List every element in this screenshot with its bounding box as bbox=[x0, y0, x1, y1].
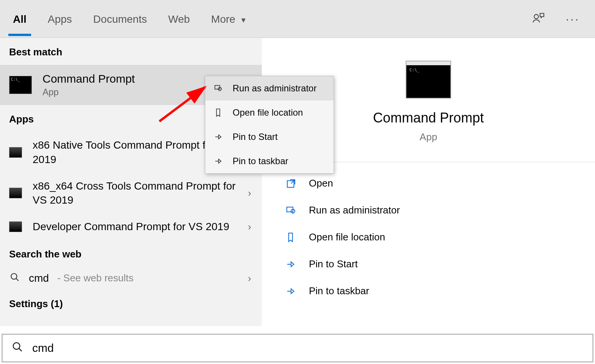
context-menu: Run as administrator Open file location … bbox=[205, 76, 334, 174]
command-prompt-large-icon bbox=[406, 61, 451, 99]
search-filter-bar: All Apps Documents Web More ▾ ··· bbox=[0, 0, 595, 38]
ctx-run-admin[interactable]: Run as administrator bbox=[205, 76, 334, 100]
ctx-pin-start[interactable]: Pin to Start bbox=[205, 125, 334, 149]
command-prompt-icon bbox=[9, 76, 32, 94]
search-input[interactable] bbox=[32, 342, 583, 355]
web-query: cmd bbox=[29, 272, 49, 284]
tab-more[interactable]: More ▾ bbox=[209, 2, 247, 36]
action-pin-taskbar[interactable]: Pin to taskbar bbox=[285, 278, 595, 304]
ctx-run-admin-label: Run as administrator bbox=[233, 83, 316, 94]
ctx-open-location-label: Open file location bbox=[233, 107, 303, 118]
action-pin-start-label: Pin to Start bbox=[309, 258, 358, 270]
app-result-2-label: x86_x64 Cross Tools Command Prompt for V… bbox=[33, 179, 253, 208]
search-bar[interactable] bbox=[2, 334, 593, 362]
shield-admin-icon bbox=[213, 83, 224, 93]
app-result-2[interactable]: x86_x64 Cross Tools Command Prompt for V… bbox=[0, 173, 262, 214]
action-open-location[interactable]: Open file location bbox=[285, 224, 595, 251]
pin-icon bbox=[285, 286, 298, 297]
svg-point-0 bbox=[534, 14, 538, 19]
chevron-down-icon: ▾ bbox=[241, 15, 246, 25]
pin-icon bbox=[213, 156, 224, 166]
web-header: Search the web bbox=[0, 240, 262, 267]
tab-more-label: More bbox=[211, 13, 235, 25]
svg-point-1 bbox=[11, 273, 17, 279]
settings-header: Settings (1) bbox=[0, 290, 262, 317]
ctx-pin-taskbar[interactable]: Pin to taskbar bbox=[205, 149, 334, 173]
pin-icon bbox=[213, 132, 224, 142]
chevron-right-icon[interactable]: › bbox=[248, 221, 251, 233]
svg-line-2 bbox=[16, 278, 19, 281]
best-match-header: Best match bbox=[0, 38, 262, 65]
chevron-right-icon[interactable]: › bbox=[248, 272, 251, 284]
action-run-admin-label: Run as administrator bbox=[309, 204, 400, 216]
terminal-icon bbox=[9, 188, 22, 198]
folder-location-icon bbox=[213, 108, 224, 118]
tab-apps[interactable]: Apps bbox=[46, 2, 74, 36]
action-open[interactable]: Open bbox=[285, 170, 595, 197]
shield-admin-icon bbox=[285, 205, 298, 216]
search-icon bbox=[9, 272, 20, 284]
folder-location-icon bbox=[285, 232, 298, 243]
action-open-label: Open bbox=[309, 177, 333, 189]
svg-line-8 bbox=[19, 348, 22, 351]
action-pin-taskbar-label: Pin to taskbar bbox=[309, 285, 369, 297]
best-match-subtitle: App bbox=[42, 87, 135, 97]
terminal-icon bbox=[9, 147, 22, 158]
filter-tabs: All Apps Documents Web More ▾ bbox=[11, 2, 247, 36]
app-result-3[interactable]: Developer Command Prompt for VS 2019 › bbox=[0, 213, 262, 240]
best-match-title: Command Prompt bbox=[42, 72, 135, 85]
tab-documents[interactable]: Documents bbox=[92, 2, 149, 36]
svg-point-7 bbox=[13, 342, 20, 349]
open-icon bbox=[285, 178, 298, 189]
ctx-pin-taskbar-label: Pin to taskbar bbox=[233, 156, 288, 166]
action-pin-start[interactable]: Pin to Start bbox=[285, 251, 595, 278]
action-run-admin[interactable]: Run as administrator bbox=[285, 197, 595, 224]
ctx-open-location[interactable]: Open file location bbox=[205, 100, 334, 125]
feedback-icon[interactable] bbox=[532, 12, 545, 26]
action-open-location-label: Open file location bbox=[309, 231, 385, 243]
ctx-pin-start-label: Pin to Start bbox=[233, 132, 278, 142]
pin-icon bbox=[285, 259, 298, 270]
tab-all[interactable]: All bbox=[11, 2, 28, 36]
terminal-icon bbox=[9, 221, 22, 232]
web-result[interactable]: cmd - See web results › bbox=[0, 267, 262, 290]
more-options-icon[interactable]: ··· bbox=[566, 13, 580, 25]
tab-web[interactable]: Web bbox=[167, 2, 191, 36]
search-icon bbox=[12, 341, 23, 355]
chevron-right-icon[interactable]: › bbox=[248, 187, 251, 199]
web-hint: - See web results bbox=[57, 272, 134, 284]
app-result-3-label: Developer Command Prompt for VS 2019 bbox=[33, 220, 253, 234]
